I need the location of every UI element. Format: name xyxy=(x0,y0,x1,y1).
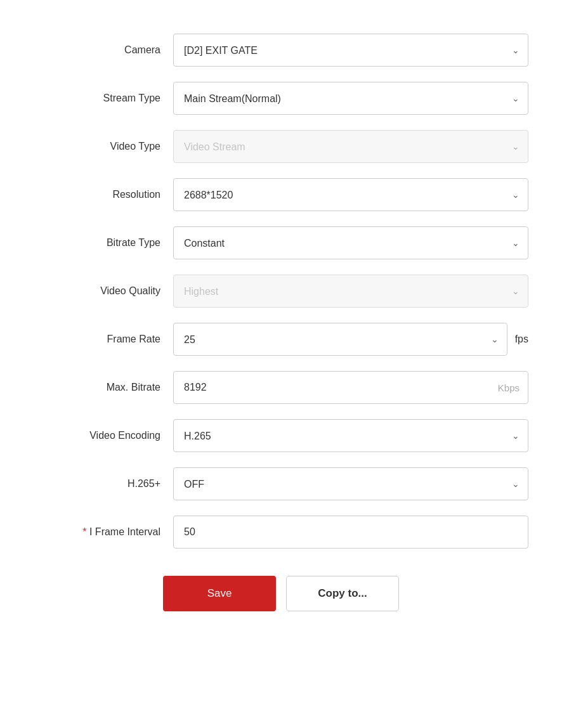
video-quality-row: Video Quality Highest ⌄ xyxy=(34,273,528,309)
bitrate-type-label: Bitrate Type xyxy=(34,237,173,249)
stream-type-select-wrapper: Main Stream(Normal) ⌄ xyxy=(173,82,528,115)
camera-select[interactable]: [D2] EXIT GATE xyxy=(173,34,528,67)
video-quality-select[interactable]: Highest xyxy=(173,275,528,308)
video-encoding-control: H.265 ⌄ xyxy=(173,419,528,452)
stream-type-control: Main Stream(Normal) ⌄ xyxy=(173,82,528,115)
frame-rate-select[interactable]: 25 xyxy=(173,323,507,356)
settings-form: Camera [D2] EXIT GATE ⌄ Stream Type Main… xyxy=(34,19,528,624)
video-type-select-wrapper: Video Stream ⌄ xyxy=(173,130,528,163)
video-quality-select-wrapper: Highest ⌄ xyxy=(173,275,528,308)
camera-row: Camera [D2] EXIT GATE ⌄ xyxy=(34,32,528,68)
copy-to-button[interactable]: Copy to... xyxy=(286,576,399,611)
i-frame-interval-input[interactable] xyxy=(173,516,528,549)
frame-rate-label: Frame Rate xyxy=(34,334,173,345)
video-quality-label: Video Quality xyxy=(34,285,173,297)
video-encoding-label: Video Encoding xyxy=(34,430,173,441)
button-row: Save Copy to... xyxy=(34,576,528,611)
video-encoding-select-wrapper: H.265 ⌄ xyxy=(173,419,528,452)
i-frame-interval-control xyxy=(173,516,528,549)
frame-rate-select-wrapper: 25 ⌄ xyxy=(173,323,507,356)
max-bitrate-control: Kbps xyxy=(173,371,528,404)
resolution-select-wrapper: 2688*1520 ⌄ xyxy=(173,178,528,211)
bitrate-type-control: Constant ⌄ xyxy=(173,226,528,259)
bitrate-type-row: Bitrate Type Constant ⌄ xyxy=(34,224,528,261)
resolution-select[interactable]: 2688*1520 xyxy=(173,178,528,211)
h265-plus-row: H.265+ OFF ON ⌄ xyxy=(34,465,528,502)
camera-select-wrapper: [D2] EXIT GATE ⌄ xyxy=(173,34,528,67)
resolution-control: 2688*1520 ⌄ xyxy=(173,178,528,211)
max-bitrate-label: Max. Bitrate xyxy=(34,382,173,393)
camera-control: [D2] EXIT GATE ⌄ xyxy=(173,34,528,67)
frame-rate-row: Frame Rate 25 ⌄ fps xyxy=(34,321,528,358)
h265-plus-select[interactable]: OFF ON xyxy=(173,467,528,500)
video-type-row: Video Type Video Stream ⌄ xyxy=(34,128,528,165)
i-frame-interval-row: * I Frame Interval xyxy=(34,514,528,550)
video-encoding-select[interactable]: H.265 xyxy=(173,419,528,452)
i-frame-interval-label: * I Frame Interval xyxy=(34,526,173,538)
save-button[interactable]: Save xyxy=(163,576,276,611)
kbps-unit-label: Kbps xyxy=(498,382,520,393)
stream-type-select[interactable]: Main Stream(Normal) xyxy=(173,82,528,115)
bitrate-type-select-wrapper: Constant ⌄ xyxy=(173,226,528,259)
video-type-label: Video Type xyxy=(34,141,173,152)
stream-type-row: Stream Type Main Stream(Normal) ⌄ xyxy=(34,80,528,117)
max-bitrate-input-wrapper: Kbps xyxy=(173,371,528,404)
resolution-label: Resolution xyxy=(34,189,173,200)
camera-label: Camera xyxy=(34,44,173,56)
resolution-row: Resolution 2688*1520 ⌄ xyxy=(34,176,528,213)
video-encoding-row: Video Encoding H.265 ⌄ xyxy=(34,417,528,454)
stream-type-label: Stream Type xyxy=(34,93,173,104)
bitrate-type-select[interactable]: Constant xyxy=(173,226,528,259)
h265-plus-select-wrapper: OFF ON ⌄ xyxy=(173,467,528,500)
video-type-select[interactable]: Video Stream xyxy=(173,130,528,163)
max-bitrate-input[interactable] xyxy=(173,371,528,404)
max-bitrate-row: Max. Bitrate Kbps xyxy=(34,369,528,406)
required-asterisk: * xyxy=(82,526,86,537)
h265-plus-label: H.265+ xyxy=(34,478,173,490)
frame-rate-control: 25 ⌄ fps xyxy=(173,323,528,356)
h265-plus-control: OFF ON ⌄ xyxy=(173,467,528,500)
video-quality-control: Highest ⌄ xyxy=(173,275,528,308)
fps-unit-label: fps xyxy=(515,334,528,345)
video-type-control: Video Stream ⌄ xyxy=(173,130,528,163)
